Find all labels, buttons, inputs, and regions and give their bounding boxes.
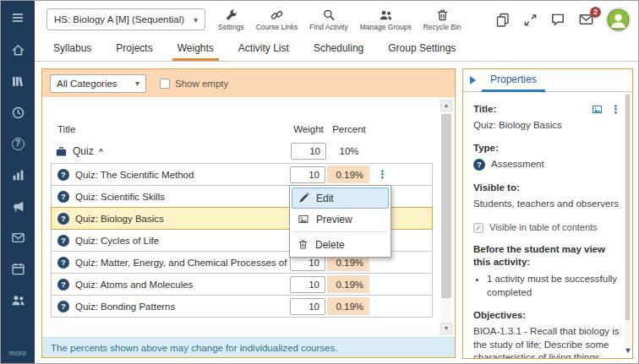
link-icon [270, 8, 284, 22]
group-weight-input[interactable] [291, 143, 326, 160]
hamburger-menu-icon[interactable] [1, 1, 35, 35]
wrench-icon [224, 8, 238, 22]
collapse-panel-arrow-icon[interactable] [470, 76, 476, 84]
checkbox-checked-icon: ✓ [473, 223, 483, 233]
menu-item-edit[interactable]: Edit [292, 187, 389, 209]
chevron-down-icon: ▾ [194, 15, 198, 24]
tab-group-settings[interactable]: Group Settings [383, 38, 461, 61]
prerequisite-label: Before the student may view this activit… [473, 243, 621, 269]
scrollbar-down-button[interactable]: ▼ [440, 323, 452, 334]
objectives-label: Objectives: [473, 309, 621, 322]
chat-icon[interactable] [550, 12, 565, 27]
help-icon[interactable]: ? [57, 169, 69, 181]
properties-panel: Properties Title: ⋮ Quiz: Biology Basics… [462, 68, 633, 359]
table-row[interactable]: ?Quiz: The Scientific Method 0.19% ⋮ [51, 163, 433, 186]
trash-icon [435, 8, 450, 22]
tab-weights[interactable]: Weights [172, 38, 219, 61]
preview-image-icon[interactable] [591, 104, 604, 115]
help-icon[interactable]: ? [57, 257, 69, 269]
assessment-help-icon[interactable]: ? [473, 159, 485, 171]
sidebar-item-home[interactable] [1, 35, 35, 66]
sidebar-item-grades[interactable] [1, 160, 35, 191]
weight-input[interactable] [290, 276, 325, 293]
app-window: ? more HS: Biology A [M] (Sequential) ▾ … [0, 0, 639, 364]
properties-menu-button[interactable]: ⋮ [610, 104, 621, 115]
search-icon [322, 8, 336, 22]
scrollbar-thumb[interactable] [625, 95, 630, 320]
properties-scrollbar: ▼ [625, 93, 631, 357]
tab-activity-list[interactable]: Activity List [233, 38, 294, 61]
sidebar-item-calendar[interactable] [1, 253, 35, 285]
course-selector[interactable]: HS: Biology A [M] (Sequential) ▾ [46, 8, 205, 30]
course-selector-label: HS: Biology A [M] (Sequential) [54, 14, 184, 24]
objectives-value: BIOA-1.3.1 - Recall that biology is the … [473, 325, 621, 358]
category-filter-bar: All Categories ▾ Show empty [42, 69, 455, 97]
scrollbar-down-button[interactable]: ▼ [623, 345, 633, 356]
help-icon[interactable]: ? [57, 191, 69, 203]
weight-input[interactable] [290, 298, 325, 315]
category-filter-select[interactable]: All Categories ▾ [50, 74, 146, 93]
find-activity-button[interactable]: Find Activity [303, 8, 353, 31]
table-row[interactable]: ?Quiz: Bonding Patterns 0.19% [51, 295, 433, 318]
settings-button[interactable]: Settings [212, 8, 250, 31]
prerequisite-item: 1 activity must be successfully complete… [487, 273, 621, 299]
course-tools: Settings Course Links Find Activity Mana… [212, 8, 467, 31]
scrollbar-thumb[interactable] [441, 114, 451, 298]
menu-item-delete[interactable]: Delete [292, 234, 389, 255]
checkbox-box [160, 79, 170, 89]
copy-icon[interactable] [495, 12, 511, 27]
show-empty-checkbox[interactable]: Show empty [160, 79, 228, 89]
help-icon[interactable]: ? [57, 235, 69, 247]
help-icon[interactable]: ? [57, 301, 69, 312]
menu-item-preview[interactable]: Preview [292, 209, 389, 230]
header-right-icons: 2 [495, 8, 639, 31]
visible-to-label: Visible to: [473, 182, 621, 194]
info-note: The percents shown above may change for … [42, 337, 455, 357]
scrollbar-track[interactable] [625, 93, 631, 344]
column-header-title: Title [51, 124, 291, 134]
weights-table: Title Weight Percent Quiz ^ 10% ?Quiz: T… [42, 97, 455, 337]
help-icon[interactable]: ? [57, 213, 69, 225]
user-avatar[interactable] [607, 8, 630, 31]
left-nav-rail: ? more [1, 1, 35, 363]
toc-checkbox[interactable]: ✓ Visible in table of contents [473, 222, 621, 233]
manage-groups-button[interactable]: Manage Groups [354, 8, 418, 31]
weight-input[interactable] [290, 166, 325, 183]
tab-syllabus[interactable]: Syllabus [48, 38, 96, 61]
course-links-button[interactable]: Course Links [250, 8, 304, 31]
recycle-bin-button[interactable]: Recycle Bin [418, 8, 467, 31]
row-menu-button[interactable]: ⋮ [377, 169, 388, 180]
sidebar-item-mail[interactable] [1, 222, 35, 253]
category-group-row-quiz: Quiz ^ 10% [51, 139, 433, 163]
column-header-percent: Percent [328, 124, 370, 134]
type-value: Assessment [491, 158, 544, 171]
help-icon[interactable]: ? [57, 279, 69, 291]
column-header-weight: Weight [291, 124, 326, 134]
type-label: Type: [473, 142, 621, 155]
sidebar-item-history[interactable] [1, 97, 35, 128]
chevron-down-icon: ▾ [135, 79, 139, 88]
column-headers: Title Weight Percent [51, 122, 433, 136]
toc-checkbox-label: Visible in table of contents [489, 222, 598, 232]
messages-button[interactable]: 2 [578, 12, 594, 27]
sidebar-item-announcements[interactable] [1, 191, 35, 222]
sidebar-item-people[interactable] [1, 285, 35, 316]
properties-body: Title: ⋮ Quiz: Biology Basics Type: ? As… [463, 92, 625, 358]
sidebar-item-library[interactable] [1, 66, 35, 97]
group-toggle[interactable]: Quiz ^ [51, 145, 291, 158]
briefcase-icon [55, 145, 68, 158]
table-row[interactable]: ?Quiz: Atoms and Molecules 0.19% [51, 273, 433, 296]
course-tab-bar: Syllabus Projects Weights Activity List … [35, 38, 639, 62]
tab-projects[interactable]: Projects [111, 38, 157, 61]
weights-scrollbar: ▲ ▼ [440, 100, 452, 334]
sidebar-item-help[interactable]: ? [1, 128, 35, 160]
title-value: Quiz: Biology Basics [473, 119, 621, 133]
tab-scheduling[interactable]: Scheduling [309, 38, 369, 61]
tab-properties[interactable]: Properties [482, 69, 545, 92]
people-icon [379, 8, 393, 22]
collapse-caret-icon: ^ [99, 147, 103, 155]
scrollbar-up-button[interactable]: ▲ [440, 100, 452, 111]
scrollbar-track[interactable] [441, 112, 451, 322]
more-button[interactable]: more [9, 349, 27, 363]
fullscreen-icon[interactable] [523, 13, 538, 27]
